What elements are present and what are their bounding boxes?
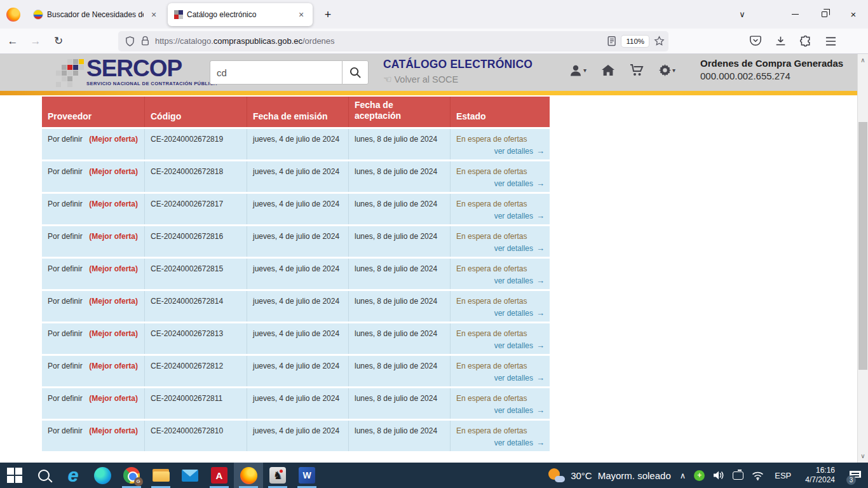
start-button[interactable] (0, 463, 29, 488)
chrome-button[interactable]: G (117, 463, 146, 488)
codigo-text: CE-20240002672819 (144, 129, 247, 159)
fecha-emision-text: jueves, 4 de julio de 2024 (247, 194, 348, 224)
table-row: Por definir(Mejor oferta)CE-202400026728… (42, 194, 550, 224)
bookmark-star-icon[interactable] (654, 36, 665, 46)
action-center-button[interactable]: 3 (843, 463, 868, 488)
scrollbar-thumb[interactable] (858, 122, 867, 370)
user-menu-button[interactable]: ▾ (570, 65, 587, 76)
mejor-oferta-link[interactable]: (Mejor oferta) (89, 362, 138, 370)
ecuador-coat-favicon (33, 10, 43, 20)
menu-hamburger-icon[interactable] (825, 37, 836, 46)
wifi-icon[interactable] (752, 471, 764, 480)
firefox-button[interactable] (234, 463, 263, 488)
fecha-emision-text: jueves, 4 de julio de 2024 (247, 291, 348, 322)
column-header-codigo: Código (144, 97, 247, 127)
ver-detalles-link[interactable]: ver detalles→ (494, 146, 545, 156)
ver-detalles-link[interactable]: ver detalles→ (494, 438, 545, 447)
estado-text: En espera de ofertas (456, 167, 545, 176)
arrow-right-icon: → (536, 146, 545, 156)
tab-close-icon[interactable]: × (295, 8, 308, 21)
mejor-oferta-link[interactable]: (Mejor oferta) (89, 200, 138, 208)
column-header-fecha-aceptacion: Fecha de aceptación (348, 97, 450, 127)
speaker-icon[interactable] (713, 470, 724, 480)
sercop-logo[interactable]: SERCOP SERVICIO NACIONAL DE CONTRATACIÓN… (86, 57, 217, 86)
tablet-icon[interactable] (733, 471, 743, 480)
url-text[interactable]: https://catalogo.compraspublicas.gob.ec/… (155, 36, 607, 46)
firefox-view-icon[interactable] (6, 8, 20, 22)
search-input[interactable] (210, 60, 342, 85)
minimize-button[interactable] (780, 0, 810, 29)
downloads-icon[interactable] (775, 36, 786, 46)
file-explorer-button[interactable] (146, 463, 175, 488)
lock-icon[interactable] (140, 36, 150, 46)
fecha-aceptacion-text: lunes, 8 de julio de 2024 (348, 194, 450, 224)
java-app-button[interactable]: ♞ (263, 463, 292, 488)
acrobat-icon: A (211, 467, 227, 484)
new-tab-button[interactable]: + (319, 6, 337, 24)
antivirus-icon[interactable]: + (694, 470, 705, 481)
ver-detalles-link[interactable]: ver detalles→ (494, 308, 545, 318)
provider-text: Por definir (48, 394, 83, 403)
chrome-badge: G (134, 477, 143, 486)
ver-detalles-link[interactable]: ver detalles→ (494, 243, 545, 253)
internet-explorer-button[interactable]: e (58, 463, 88, 488)
restore-button[interactable] (810, 0, 839, 29)
column-header-estado: Estado (450, 97, 550, 127)
word-button[interactable]: W (292, 463, 322, 488)
reload-button[interactable]: ↻ (48, 31, 69, 51)
codigo-text: CE-20240002672815 (144, 259, 247, 289)
mail-button[interactable] (175, 463, 205, 488)
ver-detalles-link[interactable]: ver detalles→ (494, 276, 545, 285)
close-button[interactable]: × (839, 0, 868, 29)
settings-menu-button[interactable]: ▾ (659, 64, 675, 76)
weather-widget[interactable]: 30°C Mayorm. soleado (548, 468, 671, 482)
tab-close-icon[interactable]: × (147, 8, 160, 21)
ver-detalles-link[interactable]: ver detalles→ (494, 179, 545, 188)
mejor-oferta-link[interactable]: (Mejor oferta) (89, 232, 138, 241)
taskbar-search-button[interactable] (29, 463, 58, 488)
sercop-logo-subtitle: SERVICIO NACIONAL DE CONTRATACIÓN PÚBLIC… (86, 81, 217, 86)
language-indicator[interactable]: ESP (775, 471, 791, 480)
mejor-oferta-link[interactable]: (Mejor oferta) (89, 167, 138, 176)
search-icon (349, 67, 362, 79)
scroll-down-arrow-icon[interactable]: ∨ (858, 451, 868, 461)
ver-detalles-link[interactable]: ver detalles→ (494, 373, 545, 383)
edge-button[interactable] (88, 463, 117, 488)
tray-chevron-up-icon[interactable]: ∧ (680, 471, 686, 480)
ver-detalles-link[interactable]: ver detalles→ (494, 341, 545, 350)
list-all-tabs-icon[interactable]: ∨ (729, 10, 755, 19)
forward-button: → (25, 31, 46, 51)
tab-buscador[interactable]: Buscador de Necesidades de Co × (27, 3, 165, 26)
volver-al-soce-link[interactable]: ☜ Volver al SOCE (383, 74, 532, 85)
back-button[interactable]: ← (3, 31, 23, 51)
mejor-oferta-link[interactable]: (Mejor oferta) (89, 297, 138, 306)
ver-detalles-link[interactable]: ver detalles→ (494, 211, 545, 220)
zoom-level-pill[interactable]: 110% (621, 36, 649, 47)
page-scrollbar[interactable]: ∧ ∨ (857, 54, 868, 463)
mejor-oferta-link[interactable]: (Mejor oferta) (89, 135, 138, 144)
mejor-oferta-link[interactable]: (Mejor oferta) (89, 329, 138, 338)
acrobat-button[interactable]: A (205, 463, 234, 488)
tab-catalogo[interactable]: Catálogo electrónico × (168, 3, 313, 26)
estado-text: En espera de ofertas (456, 297, 545, 306)
scroll-up-arrow-icon[interactable]: ∧ (858, 55, 868, 65)
search-button[interactable] (342, 60, 369, 85)
weather-temp: 30°C (571, 470, 592, 481)
codigo-text: CE-20240002672817 (144, 194, 247, 224)
extensions-puzzle-icon[interactable] (800, 36, 811, 47)
mejor-oferta-link[interactable]: (Mejor oferta) (89, 426, 138, 435)
fecha-emision-text: jueves, 4 de julio de 2024 (247, 356, 348, 386)
pocket-icon[interactable] (750, 36, 761, 46)
home-button[interactable] (602, 65, 614, 76)
ver-detalles-link[interactable]: ver detalles→ (494, 405, 545, 415)
cart-button[interactable] (630, 64, 644, 76)
estado-text: En espera de ofertas (456, 394, 545, 403)
mejor-oferta-link[interactable]: (Mejor oferta) (89, 394, 138, 403)
mejor-oferta-link[interactable]: (Mejor oferta) (89, 264, 138, 273)
reader-mode-icon[interactable] (607, 36, 616, 46)
shield-icon[interactable] (125, 36, 135, 47)
table-row: Por definir(Mejor oferta)CE-202400026728… (42, 161, 550, 192)
taskbar-clock[interactable]: 16:16 4/7/2024 (805, 466, 835, 485)
arrow-right-icon: → (536, 211, 545, 220)
url-bar[interactable]: https://catalogo.compraspublicas.gob.ec/… (118, 31, 668, 51)
